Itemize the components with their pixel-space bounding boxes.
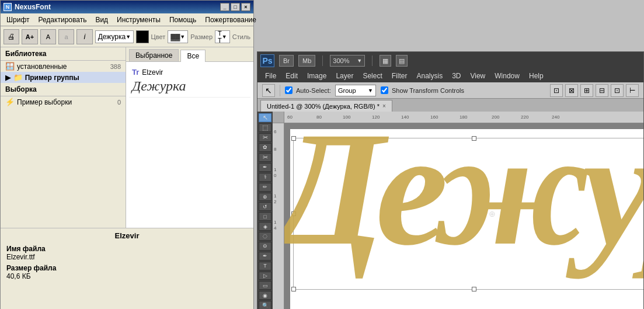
photoshop-window: Ps Br Mb 300% ▼ ▦ ▤ File Edit Image Laye… (257, 51, 644, 309)
ps-menu-3d[interactable]: 3D (447, 71, 465, 81)
ps-menu-edit[interactable]: Edit (281, 71, 302, 81)
handle-bot-mid[interactable] (472, 287, 476, 291)
selection-count: 0 (117, 99, 121, 106)
align-left-icon[interactable]: ⊡ (550, 84, 563, 97)
add-font-btn[interactable]: A+ (22, 29, 37, 44)
ps-menu-help[interactable]: Help (524, 71, 548, 81)
style-label: Стиль (232, 33, 250, 40)
canvas-script-text: Дежурка (284, 123, 643, 283)
ps-left-toolbox: ↖ ⬚ ✂ ✿ ✂ ✒ ⚕ ✏ ⊕ ↺ □ ◈ ◌ ⊖ ✒ T ▷ ▭ ◉ 🔍 (257, 112, 273, 309)
menu-view[interactable]: Вид (92, 15, 111, 25)
ps-move-tool-icon[interactable]: ↖ (262, 84, 275, 97)
ps-tool-lasso[interactable]: ✂ (259, 133, 271, 142)
align-right-icon[interactable]: ⊞ (580, 84, 593, 97)
ps-bridge-btn[interactable]: Br (279, 55, 294, 67)
nexusfont-toolbar: 🖨 A+ A a i Дежурка ▼ Цвет ▓▓ ▼ Размер T … (1, 26, 253, 47)
size-combo[interactable]: ▓▓ ▼ (168, 30, 188, 43)
maximize-btn[interactable]: □ (231, 3, 240, 11)
ps-tool-move[interactable]: ↖ (259, 113, 271, 122)
font-entry-elzevir[interactable]: Tr Elzevir Дежурка (129, 65, 250, 98)
menu-help[interactable]: Помощь (166, 15, 199, 25)
ps-tool-history[interactable]: ↺ (259, 202, 271, 211)
ps-tool-clone[interactable]: ⊕ (259, 193, 271, 202)
ps-ruler-canvas-area: 60 80 100 120 140 160 180 200 220 240 (273, 112, 643, 309)
ps-options-bar: ↖ Auto-Select: Group ▼ Show Transform Co… (257, 82, 643, 99)
print-btn[interactable]: 🖨 (4, 29, 19, 44)
ps-menu-view[interactable]: View (465, 71, 490, 81)
ps-menu-layer[interactable]: Layer (331, 71, 358, 81)
sidebar-item-installed[interactable]: 🪟 установленные 388 (1, 61, 126, 72)
ps-menu-window[interactable]: Window (490, 71, 524, 81)
ps-tool-path[interactable]: ▷ (259, 272, 271, 280)
bottom-font-name: Elzevir (6, 231, 248, 240)
truetype-icon: Tr (132, 68, 139, 77)
font-name-row: Tr Elzevir (132, 68, 248, 77)
show-transform-checkbox[interactable] (381, 86, 388, 94)
info-btn[interactable]: i (76, 29, 92, 44)
ps-tool-eraser[interactable]: □ (259, 212, 271, 221)
ps-tool-pen[interactable]: ✒ (259, 252, 271, 261)
ps-arrange-btn1[interactable]: ▦ (380, 55, 391, 67)
font-btn3[interactable]: a (58, 29, 74, 44)
ps-menu-filter[interactable]: Filter (387, 71, 412, 81)
folder-icon: ▶ 📁 (5, 73, 23, 82)
ps-tab-close-btn[interactable]: × (382, 103, 386, 109)
menu-donate[interactable]: Пожертвование (202, 15, 259, 25)
tab-all[interactable]: Все (180, 50, 206, 62)
menu-tools[interactable]: Инструменты (114, 15, 163, 25)
library-section-title: Библиотека (1, 47, 126, 61)
sidebar-item-group[interactable]: ▶ 📁 Пример группы (1, 72, 126, 83)
tab-favorites[interactable]: Выбранное (129, 49, 179, 61)
font-name-input[interactable]: Дежурка ▼ (95, 30, 134, 43)
menu-edit[interactable]: Редактировать (35, 15, 89, 25)
nexusfont-app-icon: N (4, 3, 12, 11)
ps-tool-zoom[interactable]: 🔍 (259, 301, 271, 309)
ps-tool-quickselect[interactable]: ✿ (259, 143, 271, 152)
ruler-num-120: 120 (372, 114, 380, 120)
align-center-icon[interactable]: ⊠ (565, 84, 578, 97)
ps-canvas-with-tools: ↖ ⬚ ✂ ✿ ✂ ✒ ⚕ ✏ ⊕ ↺ □ ◈ ◌ ⊖ ✒ T ▷ ▭ ◉ 🔍 (257, 112, 643, 309)
ps-tool-eyedropper[interactable]: ✒ (259, 163, 271, 172)
close-btn[interactable]: × (241, 3, 250, 11)
sidebar-item-selection[interactable]: ⚡ Пример выборки 0 (1, 96, 126, 107)
auto-select-combo[interactable]: Group ▼ (335, 85, 376, 96)
auto-select-label: Auto-Select: (296, 87, 331, 94)
ps-menu-image[interactable]: Image (302, 71, 331, 81)
color-swatch[interactable] (136, 30, 148, 43)
ps-document-bg: ⊕ Дежурка (290, 129, 643, 309)
align-top-icon[interactable]: ⊡ (611, 84, 624, 97)
ps-tool-3d[interactable]: ◉ (259, 291, 271, 300)
style-combo[interactable]: T T ▼ (215, 30, 230, 43)
selection-icon: ⚡ (5, 98, 15, 106)
ps-zoom-combo[interactable]: 300% ▼ (330, 55, 365, 67)
minimize-btn[interactable]: _ (220, 3, 229, 11)
menu-font[interactable]: Шрифт (4, 15, 32, 25)
ps-canvas[interactable]: ⊕ Дежурка (284, 123, 643, 309)
filename-label: Имя файла (6, 245, 46, 253)
ps-tool-type[interactable]: T (259, 262, 271, 270)
ps-menu-file[interactable]: File (260, 71, 281, 81)
filesize-label: Размер файла (6, 264, 56, 272)
ps-menu-analysis[interactable]: Analysis (412, 71, 447, 81)
align-bottom-icon[interactable]: ⊢ (626, 84, 639, 97)
font-btn2[interactable]: A (40, 29, 56, 44)
ps-tool-brush[interactable]: ✏ (259, 183, 271, 192)
ps-tool-shape[interactable]: ▭ (259, 281, 271, 290)
ps-tool-dodge[interactable]: ⊖ (259, 242, 271, 251)
handle-bot-left[interactable] (291, 287, 296, 291)
ps-mini-bridge-btn[interactable]: Mb (298, 55, 315, 67)
separator1 (322, 55, 323, 66)
ps-arrange-btn2[interactable]: ▤ (396, 55, 408, 67)
ps-tool-crop[interactable]: ✂ (259, 153, 271, 162)
ruler-vnum-1c: 1 (273, 220, 277, 225)
ps-tool-gradient[interactable]: ◈ (259, 222, 271, 231)
ps-tool-marquee[interactable]: ⬚ (259, 123, 271, 132)
ps-document-tab[interactable]: Untitled-1 @ 300% (Дежурка, RGB/8) * × (260, 100, 392, 112)
ruler-num-100: 100 (343, 114, 350, 120)
ps-tool-heal[interactable]: ⚕ (259, 173, 271, 182)
ps-tool-blur[interactable]: ◌ (259, 232, 271, 241)
ps-ruler-horizontal: 60 80 100 120 140 160 180 200 220 240 (284, 112, 643, 123)
distribute-icon[interactable]: ⊟ (596, 84, 608, 97)
auto-select-checkbox[interactable] (285, 86, 293, 94)
ps-menu-select[interactable]: Select (358, 71, 387, 81)
